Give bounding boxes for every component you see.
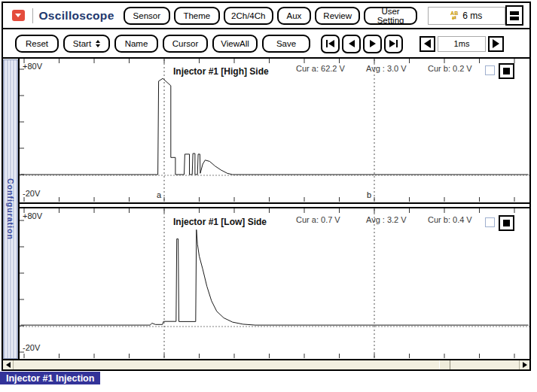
viewall-button[interactable]: ViewAll (212, 35, 258, 53)
ch1-checkbox-checked[interactable] (499, 63, 514, 79)
skip-to-end-button[interactable] (384, 35, 403, 53)
ab-time-value: 6 ms (462, 11, 482, 21)
ch2-checkbox-unchecked[interactable] (485, 217, 495, 227)
timebase-value[interactable]: 1ms (438, 36, 486, 52)
skip-to-start-button[interactable] (321, 35, 340, 53)
skip-back-icon (326, 40, 328, 47)
app-dropdown-button[interactable] (12, 10, 25, 21)
cursor-button[interactable]: Cursor (163, 35, 208, 53)
ch2-checkbox-checked[interactable] (499, 215, 514, 231)
user-setting-button[interactable]: User Setting (364, 7, 416, 25)
channel-mode-button[interactable]: 2Ch/4Ch (224, 7, 273, 25)
ch1-vmin-label: -20V (23, 189, 40, 198)
step-forward-icon (370, 40, 376, 47)
primary-toolbar: Oscilloscope Sensor Theme 2Ch/4Ch Aux Re… (3, 3, 529, 28)
toolbar-divider (32, 8, 33, 23)
ch1-checkbox-unchecked[interactable] (485, 65, 495, 75)
menu-button[interactable] (505, 5, 523, 26)
name-button[interactable]: Name (114, 35, 158, 53)
configuration-tab-label: Configuration (6, 178, 15, 240)
skip-forward-icon (389, 40, 395, 47)
ch1-cursor-a-readout: Cur a: 62.2 V (296, 64, 345, 73)
save-button[interactable]: Save (262, 35, 310, 53)
step-forward-button[interactable] (363, 35, 382, 53)
ch1-cursor-b-readout: Cur b: 0.2 V (428, 64, 472, 73)
cursor-b-label: b (367, 190, 371, 199)
start-button[interactable]: Start (63, 35, 110, 53)
checkbox-fill-icon (503, 68, 510, 74)
toolbar-separator (3, 28, 529, 29)
ch2-cursor-b-readout: Cur b: 0.4 V (428, 215, 472, 224)
oscilloscope-window: Oscilloscope Sensor Theme 2Ch/4Ch Aux Re… (0, 0, 537, 392)
ch2-title: Injector #1 [Low] Side (173, 217, 267, 227)
scroll-left-button[interactable] (3, 360, 14, 369)
ch2-vmax-label: +80V (23, 211, 42, 220)
sensor-button[interactable]: Sensor (124, 7, 170, 25)
cursor-ab-time-icon: AB ⇄ (450, 11, 458, 20)
menu-icon (510, 11, 519, 15)
scroll-right-button[interactable] (519, 360, 529, 369)
spinner-updown-icon (96, 40, 100, 47)
timebase-increase-button[interactable] (488, 36, 504, 52)
ch2-cursor-a-readout: Cur a: 0.7 V (296, 215, 340, 224)
ch1-title: Injector #1 [High] Side (173, 66, 269, 77)
step-back-icon (349, 40, 355, 47)
plot-separator-top (18, 202, 529, 204)
theme-button[interactable]: Theme (174, 7, 220, 25)
scroll-left-icon (6, 362, 11, 368)
ch2-vmin-label: -20V (23, 343, 40, 352)
timebase-decrease-button[interactable] (420, 36, 435, 52)
scope-channel2-canvas[interactable] (20, 208, 529, 359)
ch1-avg-readout: Avg : 3.0 V (366, 64, 407, 73)
review-button[interactable]: Review (315, 7, 361, 25)
scroll-right-icon (523, 362, 527, 368)
app-title: Oscilloscope (38, 9, 114, 23)
status-badge: Injector #1 Injection (0, 372, 100, 384)
ch1-vmax-label: +80V (23, 62, 42, 71)
scope-channel1-canvas[interactable] (20, 59, 529, 202)
configuration-tab[interactable]: Configuration (3, 59, 18, 359)
checkbox-fill-icon (503, 220, 510, 226)
aux-button[interactable]: Aux (277, 7, 311, 25)
ch2-avg-readout: Avg : 3.2 V (366, 215, 407, 224)
reset-button[interactable]: Reset (15, 35, 59, 53)
ab-time-display: AB ⇄ 6 ms (428, 7, 505, 25)
secondary-toolbar: Reset Start Name Cursor ViewAll Save 1ms (3, 30, 529, 57)
chevron-down-icon (15, 14, 21, 17)
step-back-button[interactable] (342, 35, 361, 53)
horizontal-scrollbar[interactable] (3, 360, 529, 369)
cursor-a-label: a (157, 190, 161, 199)
scrollbar-thumb[interactable] (439, 360, 450, 369)
timebase-right-icon (493, 39, 499, 48)
timebase-left-icon (424, 39, 431, 48)
